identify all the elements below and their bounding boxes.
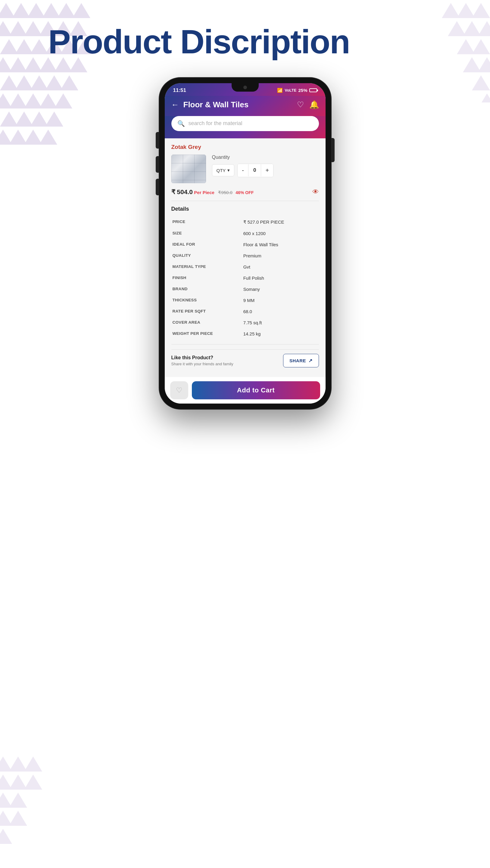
status-time: 11:51	[173, 87, 186, 93]
detail-label: COVER AREA	[171, 317, 242, 328]
detail-label: MATERIAL TYPE	[171, 261, 242, 273]
qty-value: 0	[248, 164, 261, 176]
status-icons: 📶 VoLTE 25%	[277, 88, 317, 93]
battery-percentage: 25%	[298, 88, 307, 93]
notification-icon[interactable]: 🔔	[309, 100, 319, 110]
signal-strength: VoLTE	[285, 88, 296, 93]
table-row: MATERIAL TYPE Gvt	[171, 261, 319, 273]
detail-label: RATE PER SQFT	[171, 306, 242, 317]
details-table: PRICE ₹ 527.0 PER PIECE SIZE 600 x 1200 …	[171, 216, 319, 339]
quantity-section: Quantity QTY ▾ - 0 +	[212, 155, 319, 177]
qty-dropdown-label: QTY	[217, 168, 226, 173]
table-row: BRAND Somany	[171, 284, 319, 295]
search-icon: 🔍	[177, 120, 185, 127]
svg-marker-59	[24, 775, 42, 789]
quantity-controls: QTY ▾ - 0 +	[212, 164, 319, 177]
back-button[interactable]: ←	[171, 100, 179, 110]
quantity-label: Quantity	[212, 155, 319, 160]
detail-value: ₹ 527.0 PER PIECE	[242, 216, 319, 228]
qty-increment-button[interactable]: +	[261, 164, 273, 177]
share-text-block: Like this Product? Share it with your fr…	[171, 355, 283, 366]
svg-marker-64	[0, 829, 12, 844]
details-section: Details PRICE ₹ 527.0 PER PIECE SIZE 600…	[171, 206, 319, 339]
share-button[interactable]: SHARE ↗	[283, 354, 319, 367]
status-bar: 11:51 📶 VoLTE 25%	[165, 83, 326, 96]
bottom-bar: ♡ Add to Cart	[165, 377, 326, 404]
qty-decrement-button[interactable]: -	[238, 164, 248, 177]
detail-label: IDEAL FOR	[171, 239, 242, 250]
detail-value: Full Polish	[242, 273, 319, 284]
divider-1	[171, 201, 319, 201]
price-main: ₹ 504.0	[171, 188, 193, 195]
svg-marker-55	[9, 756, 27, 772]
svg-marker-63	[9, 811, 27, 826]
view-icon[interactable]: 👁	[312, 188, 319, 196]
detail-value: Premium	[242, 250, 319, 261]
header-title: Floor & Wall Tiles	[184, 100, 249, 110]
detail-value: 7.75 sq.ft	[242, 317, 319, 328]
table-row: FINISH Full Polish	[171, 273, 319, 284]
table-row: COVER AREA 7.75 sq.ft	[171, 317, 319, 328]
detail-value: 68.0	[242, 306, 319, 317]
price-info: ₹ 504.0 Per Piece ₹950.0 46% OFF	[171, 188, 254, 195]
heart-icon: ♡	[176, 386, 183, 395]
table-row: IDEAL FOR Floor & Wall Tiles	[171, 239, 319, 250]
svg-marker-54	[0, 756, 12, 772]
bg-decoration-bottom-left	[0, 753, 60, 844]
detail-label: FINISH	[171, 273, 242, 284]
svg-marker-56	[24, 756, 42, 772]
share-icon: ↗	[308, 358, 313, 364]
table-row: QUALITY Premium	[171, 250, 319, 261]
details-title: Details	[171, 206, 319, 212]
divider-2	[171, 344, 319, 344]
share-title: Like this Product?	[171, 355, 283, 361]
wishlist-header-icon[interactable]: ♡	[297, 100, 304, 110]
wifi-icon: 📶	[277, 88, 283, 93]
quantity-stepper: - 0 +	[237, 164, 273, 177]
detail-value: 14.25 kg	[242, 328, 319, 339]
phone-outer: 11:51 📶 VoLTE 25% ← Floor & Wall Tiles ♡…	[159, 78, 331, 409]
page-title: Product Discription	[48, 24, 490, 60]
product-content: Zotak Grey Quantity QTY ▾	[165, 138, 326, 377]
detail-value: 9 MM	[242, 295, 319, 306]
phone-wrapper: 11:51 📶 VoLTE 25% ← Floor & Wall Tiles ♡…	[0, 72, 490, 433]
detail-label: QUALITY	[171, 250, 242, 261]
svg-marker-60	[0, 793, 12, 808]
detail-value: Gvt	[242, 261, 319, 273]
page-title-area: Product Discription	[0, 0, 490, 72]
battery-icon	[309, 88, 317, 92]
price-discount: 46% OFF	[235, 190, 254, 195]
svg-marker-62	[0, 811, 12, 826]
table-row: RATE PER SQFT 68.0	[171, 306, 319, 317]
add-to-cart-button[interactable]: Add to Cart	[192, 381, 320, 399]
wishlist-bottom-button[interactable]: ♡	[170, 381, 188, 399]
product-name: Zotak Grey	[171, 144, 319, 150]
price-per-piece: Per Piece	[194, 190, 215, 195]
search-area: 🔍 search for the material	[165, 116, 326, 138]
detail-value: 600 x 1200	[242, 228, 319, 239]
phone-screen: 11:51 📶 VoLTE 25% ← Floor & Wall Tiles ♡…	[165, 83, 326, 404]
app-header: ← Floor & Wall Tiles ♡ 🔔	[165, 96, 326, 116]
search-placeholder[interactable]: search for the material	[189, 120, 242, 127]
search-bar[interactable]: 🔍 search for the material	[171, 116, 319, 131]
detail-label: PRICE	[171, 216, 242, 228]
svg-marker-57	[0, 775, 12, 789]
table-row: SIZE 600 x 1200	[171, 228, 319, 239]
table-row: WEIGHT PER PIECE 14.25 kg	[171, 328, 319, 339]
detail-label: SIZE	[171, 228, 242, 239]
product-top-section: Quantity QTY ▾ - 0 +	[171, 155, 319, 183]
price-original: ₹950.0	[218, 190, 232, 195]
header-actions: ♡ 🔔	[297, 100, 319, 110]
svg-marker-58	[9, 775, 27, 789]
table-row: THICKNESS 9 MM	[171, 295, 319, 306]
share-subtitle: Share it with your friends and family	[171, 362, 283, 366]
qty-dropdown[interactable]: QTY ▾	[212, 164, 235, 176]
detail-label: WEIGHT PER PIECE	[171, 328, 242, 339]
detail-label: THICKNESS	[171, 295, 242, 306]
share-section: Like this Product? Share it with your fr…	[171, 349, 319, 372]
price-row: ₹ 504.0 Per Piece ₹950.0 46% OFF 👁	[171, 188, 319, 196]
svg-marker-61	[9, 793, 27, 808]
chevron-down-icon: ▾	[227, 167, 230, 173]
front-camera	[243, 86, 247, 89]
detail-value: Somany	[242, 284, 319, 295]
